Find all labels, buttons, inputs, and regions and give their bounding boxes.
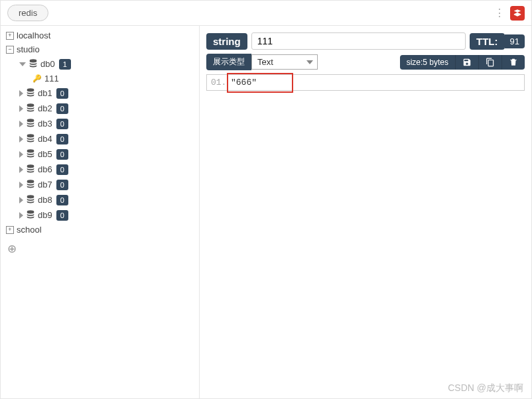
- display-type-select[interactable]: Text: [251, 54, 318, 70]
- db-label: db4: [38, 134, 52, 144]
- database-icon: [26, 103, 35, 114]
- top-bar: redis ⋮: [1, 1, 531, 26]
- save-button[interactable]: [455, 55, 478, 70]
- db-item-db0[interactable]: db0 1: [1, 56, 199, 72]
- key-count-badge: 0: [56, 180, 68, 190]
- chevron-right-icon[interactable]: [19, 166, 23, 173]
- chevron-right-icon[interactable]: [19, 90, 23, 97]
- connection-label: localhost: [17, 30, 50, 40]
- db-item-db6[interactable]: db6 0: [1, 162, 199, 177]
- chevron-right-icon[interactable]: [19, 121, 23, 127]
- database-icon: [26, 87, 35, 99]
- db-label: db5: [38, 149, 52, 159]
- chevron-right-icon[interactable]: [19, 212, 23, 219]
- database-icon: [26, 148, 35, 160]
- connection-tree: localhost studio db0 1 🔑 111 db1 0: [1, 26, 199, 398]
- tab-redis[interactable]: redis: [7, 5, 48, 21]
- value-editor[interactable]: 01. "666": [206, 74, 525, 91]
- connection-school[interactable]: school: [1, 223, 199, 237]
- db-label: db1: [38, 88, 52, 98]
- key-name-input[interactable]: [251, 32, 466, 50]
- chevron-right-icon[interactable]: [19, 151, 23, 158]
- key-count-badge: 0: [56, 134, 68, 144]
- db-label: db3: [38, 119, 52, 129]
- db-item-db7[interactable]: db7 0: [1, 177, 199, 192]
- key-count-badge: 0: [56, 195, 68, 205]
- chevron-right-icon[interactable]: [19, 105, 23, 112]
- trash-icon: [509, 58, 518, 67]
- db-label: db9: [38, 210, 52, 220]
- database-icon: [26, 179, 35, 190]
- redis-logo-icon: [510, 6, 525, 21]
- chevron-right-icon[interactable]: [19, 182, 23, 188]
- db-item-db2[interactable]: db2 0: [1, 101, 199, 116]
- db-item-db9[interactable]: db9 0: [1, 207, 199, 223]
- key-count-badge: 0: [56, 164, 68, 175]
- chevron-down-icon[interactable]: [19, 62, 26, 66]
- ttl-value: 91: [505, 34, 525, 48]
- sidebar: localhost studio db0 1 🔑 111 db1 0: [1, 26, 200, 398]
- db-label: db6: [38, 164, 52, 174]
- copy-button[interactable]: [478, 55, 501, 70]
- db-label: db2: [38, 103, 52, 113]
- connection-label: school: [17, 225, 42, 235]
- key-detail-panel: string TTL: 91 展示类型 Text size:5 bytes 01…: [200, 26, 531, 398]
- display-type-label: 展示类型: [206, 54, 251, 70]
- db-item-db5[interactable]: db5 0: [1, 146, 199, 162]
- database-icon: [26, 164, 35, 175]
- ttl-label: TTL:: [470, 33, 504, 50]
- key-item-111[interactable]: 🔑 111: [1, 72, 199, 86]
- key-label: 111: [44, 74, 59, 84]
- key-count-badge: 1: [59, 59, 71, 70]
- database-icon: [26, 118, 35, 129]
- connection-studio[interactable]: studio: [1, 42, 199, 56]
- delete-button[interactable]: [501, 55, 525, 70]
- key-count-badge: 0: [56, 103, 68, 114]
- expand-icon[interactable]: [6, 226, 14, 234]
- key-count-badge: 0: [56, 210, 68, 221]
- db-item-db8[interactable]: db8 0: [1, 192, 199, 207]
- database-icon: [26, 194, 35, 205]
- db-label: db7: [38, 180, 52, 190]
- key-count-badge: 0: [56, 88, 68, 99]
- key-icon: 🔑: [33, 74, 42, 83]
- main-area: localhost studio db0 1 🔑 111 db1 0: [1, 26, 531, 398]
- db-item-db4[interactable]: db4 0: [1, 131, 199, 146]
- copy-icon: [486, 58, 495, 67]
- chevron-right-icon[interactable]: [19, 197, 23, 203]
- db-item-db3[interactable]: db3 0: [1, 116, 199, 131]
- chevron-right-icon[interactable]: [19, 136, 23, 142]
- db-label: db0: [40, 59, 55, 69]
- key-count-badge: 0: [56, 149, 68, 160]
- value-text: "666": [231, 78, 257, 87]
- key-type-label: string: [206, 33, 247, 50]
- database-icon: [26, 133, 35, 144]
- connection-label: studio: [17, 44, 40, 54]
- size-label: size:5 bytes: [400, 55, 455, 70]
- line-number: 01.: [211, 78, 231, 87]
- db-label: db8: [38, 195, 52, 205]
- expand-icon[interactable]: [6, 32, 14, 40]
- collapse-icon[interactable]: [6, 46, 14, 54]
- add-connection-button[interactable]: ⊕: [1, 237, 199, 261]
- more-icon[interactable]: ⋮: [494, 7, 505, 19]
- save-icon: [462, 58, 472, 67]
- connection-localhost[interactable]: localhost: [1, 28, 199, 42]
- key-count-badge: 0: [56, 119, 68, 129]
- db-item-db1[interactable]: db1 0: [1, 86, 199, 101]
- database-icon: [29, 58, 38, 70]
- database-icon: [26, 209, 35, 221]
